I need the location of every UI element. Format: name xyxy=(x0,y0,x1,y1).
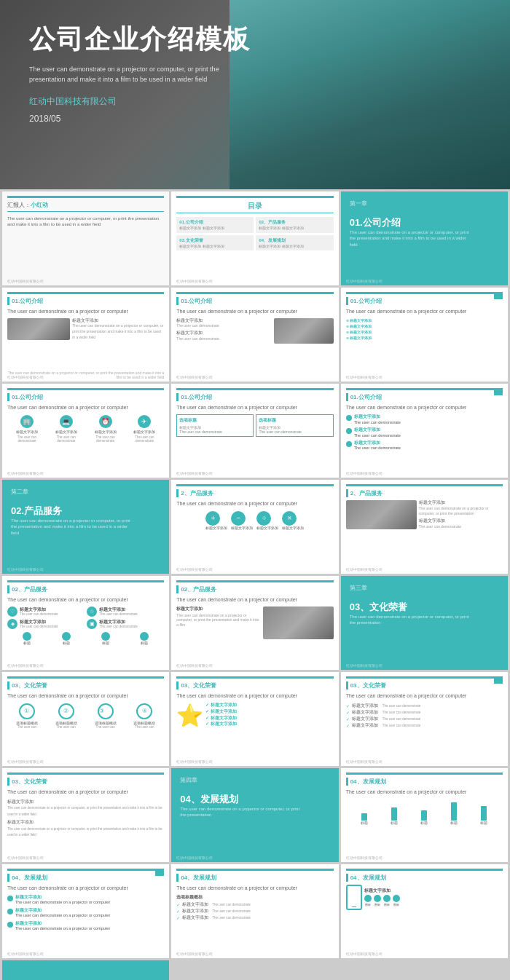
content-area: 标题文字添加 The user can demonstrate on a pro… xyxy=(176,606,333,639)
slide-company: 红动中国科技有限公司 xyxy=(176,471,213,475)
top-bar xyxy=(7,388,164,390)
slide-21-plan-bar: 04、发展规划 The user can demonstrate on a pr… xyxy=(341,768,508,862)
slide-company: 红动中国科技有限公司 xyxy=(176,759,213,764)
slide-company: 红动中国科技有限公司 xyxy=(7,471,44,475)
top-bar xyxy=(176,484,333,486)
slide-company: 红动中国科技有限公司 xyxy=(176,952,213,956)
ig-text-1: 标题文字添加The user can demonstrate xyxy=(20,607,58,616)
section-title: 01.公司介绍 xyxy=(176,297,333,305)
icon-circle-2: 💻 xyxy=(60,415,73,428)
section-title: 03、文化荣誉 xyxy=(176,681,333,689)
content-area: 标题文字添加The user can demonstrate on a proj… xyxy=(7,318,164,341)
chapter-label: 第三章 xyxy=(350,584,499,592)
diag-circle-3: ÷ xyxy=(256,511,271,526)
header-text: The user can demonstrate on a projector … xyxy=(346,789,503,796)
cl-1: 标题文字添加The user can demonstrate xyxy=(346,703,503,709)
slide-11-diagram: 2、产品服务 The user can demonstrate on a pro… xyxy=(171,480,338,574)
bar-label-2: 标题 xyxy=(391,821,398,825)
chapter-title: 02.产品服务 xyxy=(11,505,160,518)
chapter-desc: The user can demonstrate on a projector … xyxy=(180,806,299,818)
slide-10-chapter2: 第二章 02.产品服务 The user can demonstrate on … xyxy=(2,480,169,574)
tl-dot-2 xyxy=(346,428,352,434)
top-bar xyxy=(176,196,333,198)
top-bar xyxy=(176,676,333,679)
check-list: 标题文字添加The user can demonstrate 标题文字添加The… xyxy=(176,901,333,921)
text-area: 标题文字添加The user can demonstrate on a proj… xyxy=(419,500,503,529)
icon-label-1: 标题文字添加 xyxy=(16,430,38,434)
toc-item-2: 02、产品服务 标题文字添加 标题文字添加 xyxy=(256,217,333,233)
icon-3: ⏰ 标题文字添加 The user candemonstrate xyxy=(95,415,117,443)
thankyou-content: THANK YOU The user can demonstrate on a … xyxy=(7,965,164,980)
body-text-2: 标题文字添加The user can demonstrate on a proj… xyxy=(7,819,164,838)
header-text: The user can demonstrate on a projector … xyxy=(346,308,503,315)
text-area: 标题文字添加 图标 图标 图标 图标 xyxy=(364,888,503,906)
ig-circle-3: ◈ xyxy=(7,619,17,629)
image xyxy=(346,500,417,529)
slide-16-culture-circles: 03、文化荣誉 The user can demonstrate on a pr… xyxy=(2,672,169,766)
ig-circle-2: ☆ xyxy=(87,606,97,617)
section-title: 02、产品服务 xyxy=(7,585,164,593)
ig-circle-4: ▣ xyxy=(87,619,97,629)
content-area: ⊙ 标题文字添加 ⊙ 标题文字添加 ⊙ 标题文字添加 ⊙ 标题文字添加 xyxy=(346,318,503,340)
ig-1: ♡ 标题文字添加The user can demonstrate xyxy=(7,606,85,617)
diag-item-2: − 标题文字添加 xyxy=(231,511,253,530)
content-area: 标题文字添加The user can demonstrate on a proj… xyxy=(7,799,164,839)
icon-row-4: ⊙ 标题文字添加 xyxy=(346,336,503,340)
slide-15-chapter3: 第三章 03、文化荣誉 The user can demonstrate on … xyxy=(341,576,508,670)
cover-subtitle: The user can demonstrate on a projector … xyxy=(29,65,248,84)
cr-label-4: 选项标题概括 xyxy=(133,721,155,725)
cr-3: ③ 选项标题概括 The user can xyxy=(95,703,117,729)
presenter-desc: The user can demonstrate on a projector … xyxy=(7,216,164,228)
bar-fill-5 xyxy=(481,806,487,821)
body-text-2: 标题文字添加The user can demonstrate xyxy=(176,331,272,341)
diagram: + 标题文字添加 − 标题文字添加 ÷ 标题文字添加 × 标题文字添加 xyxy=(176,511,333,530)
bc-1: 标题 xyxy=(23,632,31,645)
body-title: 标题文字添加 xyxy=(176,606,260,612)
ig-text-3: 标题文字添加The user can demonstrate xyxy=(20,620,58,628)
top-bar xyxy=(7,196,164,198)
slide-company: 红动中国科技有限公司 xyxy=(7,855,44,860)
plan-title: 标题文字添加 xyxy=(364,888,503,893)
slide-company: 红动中国科技有限公司 xyxy=(346,375,382,379)
toc-title: 目录 xyxy=(176,201,333,213)
slide-company: 红动中国科技有限公司 xyxy=(346,952,382,956)
slide-23-plan-check: 04、发展规划 The user can demonstrate on a pr… xyxy=(171,864,338,958)
star-icon: ⭐ xyxy=(176,703,203,728)
body-text: 标题文字添加The user can demonstrate on a proj… xyxy=(7,799,164,818)
diag-item-4: × 标题文字添加 xyxy=(282,511,304,530)
diag-item-1: + 标题文字添加 xyxy=(205,511,227,530)
tl-1: 标题文字添加The user can demonstrate on a proj… xyxy=(7,895,164,906)
toc-item-1: 01.公司介绍 标题文字添加 标题文字添加 xyxy=(176,217,254,233)
slide-8-cards: 01.公司介绍 The user can demonstrate on a pr… xyxy=(171,384,338,478)
top-bar xyxy=(346,388,503,390)
chapter-desc: The user can demonstrate on a projector … xyxy=(350,614,469,626)
deco-rect xyxy=(494,293,503,299)
header-text: The user can demonstrate on a projector … xyxy=(7,692,164,700)
cr-sub-2: The user can xyxy=(55,725,77,729)
top-bar xyxy=(176,292,333,294)
ig-3: ◈ 标题文字添加The user can demonstrate xyxy=(7,619,85,629)
slide-25-thankyou: THANK YOU The user can demonstrate on a … xyxy=(2,960,169,980)
diag-circle-1: + xyxy=(205,511,220,526)
bar-fill-3 xyxy=(421,810,427,821)
icon-row: 图标 图标 图标 图标 xyxy=(364,895,503,906)
bottom-circles: 标题 标题 标题 标题 xyxy=(7,632,164,645)
header-text: The user can demonstrate on a projector … xyxy=(176,500,333,507)
ig-circle-1: ♡ xyxy=(7,606,17,617)
body-text: ✓ 标题文字添加 ✓ 标题文字添加 ✓ 标题文字添加 ✓ 标题文字添加 xyxy=(205,703,333,727)
card-title-2: 选项标题 xyxy=(259,417,330,424)
cover-title: 公司企业介绍模板 xyxy=(29,22,481,58)
icon-sublabel-3: The user candemonstrate xyxy=(95,435,114,443)
tl-content-2: 标题文字添加The user can demonstrate on a proj… xyxy=(15,908,110,919)
header-text: The user can demonstrate on a projector … xyxy=(7,308,164,315)
tl-1: 标题文字添加The user can demonstrate xyxy=(346,414,503,425)
tl-content-1: 标题文字添加The user can demonstrate xyxy=(354,414,401,425)
icon-circle-3: ⏰ xyxy=(99,415,112,428)
slide-company: 红动中国科技有限公司 xyxy=(176,567,213,572)
cl-2: 标题文字添加The user can demonstrate xyxy=(346,709,503,716)
ig-2: ☆ 标题文字添加The user can demonstrate xyxy=(87,606,164,617)
slide-company: 红动中国科技有限公司 xyxy=(346,279,382,283)
cover-slide: 公司企业介绍模板 The user can demonstrate on a p… xyxy=(0,0,510,189)
slide-20-chapter4: 第四章 04、发展规划 The user can demonstrate on … xyxy=(171,768,338,862)
diag-circle-2: − xyxy=(231,511,246,526)
